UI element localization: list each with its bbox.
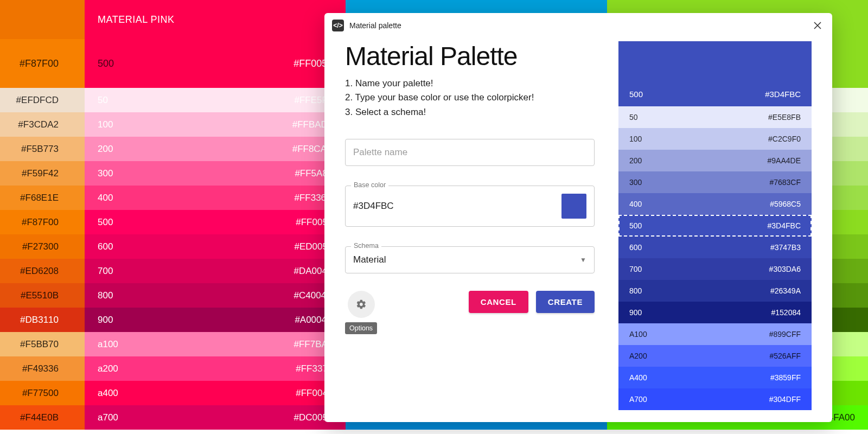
preview-swatch-row[interactable]: 700#303DA6 xyxy=(618,258,812,280)
swatch-hex: #3D4FBC xyxy=(768,221,801,230)
bg-swatch-row[interactable]: #F5BB70 xyxy=(0,332,85,356)
bg-swatch-row[interactable]: 600#ED0050 xyxy=(85,234,346,259)
bg-swatch-row[interactable]: #F44E0B xyxy=(0,405,85,430)
swatch-hex: #F87F00 xyxy=(22,217,59,228)
preview-swatch-row[interactable]: 800#26349A xyxy=(618,280,812,302)
bg-swatch-row[interactable]: a100#FF7BA2 xyxy=(85,332,346,356)
swatch-label: 100 xyxy=(98,119,113,130)
options-button[interactable] xyxy=(348,291,375,318)
swatch-label: 300 xyxy=(629,178,642,187)
bg-swatch-row[interactable]: #F3CDA2 xyxy=(0,112,85,137)
swatch-hex: #F27300 xyxy=(22,241,59,252)
swatch-label: a400 xyxy=(98,388,118,399)
preview-swatch-row[interactable]: 400#5968C5 xyxy=(618,193,812,215)
palette-name-field[interactable] xyxy=(345,139,595,166)
preview-swatch-row[interactable]: 500#3D4FBC xyxy=(618,215,812,237)
dialog-titlebar: </> Material palette xyxy=(324,13,832,38)
schema-value: Material xyxy=(353,254,580,265)
swatch-label: 900 xyxy=(98,315,113,326)
bg-swatch-hero[interactable]: #F87F00 xyxy=(0,39,85,88)
preview-swatch-row[interactable]: 50#E5E8FB xyxy=(618,106,812,128)
swatch-hex: #F5BB70 xyxy=(20,339,59,350)
dialog-form: Material Palette 1. Name your palette! 2… xyxy=(345,38,595,411)
swatch-hex: #EFDFCD xyxy=(16,95,59,106)
bg-swatch-row[interactable]: 500#FF0053 xyxy=(85,210,346,234)
swatch-hex: #304DFF xyxy=(769,395,801,404)
swatch-hex: #899CFF xyxy=(769,330,801,339)
bg-swatch-row[interactable]: #F5B773 xyxy=(0,137,85,161)
bg-swatch-row[interactable]: 800#C4004D xyxy=(85,283,346,308)
swatch-hex: #3D4FBC xyxy=(765,90,801,99)
dialog-title: Material palette xyxy=(349,21,401,30)
options-tooltip: Options xyxy=(345,322,377,334)
palette-name-input[interactable] xyxy=(353,147,586,158)
bg-swatch-row[interactable]: 700#DA004F xyxy=(85,259,346,283)
base-color-label: Base color xyxy=(351,181,388,189)
bg-swatch-row[interactable]: #F49336 xyxy=(0,356,85,381)
swatch-hex: #5968C5 xyxy=(770,200,801,208)
preview-swatch-row[interactable]: A200#526AFF xyxy=(618,345,812,367)
swatch-hex: #3859FF xyxy=(770,373,801,382)
bg-swatch-row[interactable]: 50#FFE5F1 xyxy=(85,88,346,112)
preview-swatch-row[interactable]: 200#9AA4DE xyxy=(618,150,812,171)
bg-swatch-row[interactable]: #E5510B xyxy=(0,283,85,308)
swatch-label: A100 xyxy=(629,330,647,339)
bg-swatch-row[interactable]: #F27300 xyxy=(0,234,85,259)
preview-swatch-row[interactable]: 900#152084 xyxy=(618,302,812,323)
bg-swatch-row[interactable]: #EFDFCD xyxy=(0,88,85,112)
swatch-label: a200 xyxy=(98,363,118,374)
swatch-label: 900 xyxy=(629,308,642,317)
swatch-label: 500 xyxy=(629,221,642,230)
chevron-down-icon[interactable]: ▼ xyxy=(580,256,586,264)
bg-swatch-row[interactable]: #ED6208 xyxy=(0,259,85,283)
bg-swatch-row[interactable]: #DB3110 xyxy=(0,308,85,332)
bg-column: MATERIAL PINK500#FF005350#FFE5F1100#FFBA… xyxy=(85,0,346,434)
bg-swatch-row[interactable]: #F68E1E xyxy=(0,186,85,210)
preview-swatch-row[interactable]: 300#7683CF xyxy=(618,171,812,193)
bg-column: #F87F00#EFDFCD#F3CDA2#F5B773#F59F42#F68E… xyxy=(0,0,85,434)
close-icon[interactable] xyxy=(810,18,825,33)
swatch-label: 500 xyxy=(98,217,113,228)
swatch-label: 500 xyxy=(629,90,643,99)
bg-swatch-row[interactable]: 400#FF336D xyxy=(85,186,346,210)
dialog-steps: 1. Name your palette! 2. Type your base … xyxy=(345,76,595,119)
color-picker-chip[interactable] xyxy=(561,194,586,219)
bg-column-title xyxy=(0,0,85,39)
create-button[interactable]: CREATE xyxy=(536,291,595,313)
step-1: 1. Name your palette! xyxy=(345,76,595,91)
swatch-hex: #526AFF xyxy=(769,352,801,360)
bg-swatch-row[interactable]: 300#FF5A88 xyxy=(85,161,346,186)
bg-swatch-row[interactable]: #F87F00 xyxy=(0,210,85,234)
base-color-input[interactable] xyxy=(353,201,555,212)
bg-swatch-row[interactable]: 100#FFBAD0 xyxy=(85,112,346,137)
preview-hero[interactable]: 500#3D4FBC xyxy=(618,41,812,106)
bg-swatch-hero[interactable]: 500#FF0053 xyxy=(85,39,346,88)
swatch-hex: #E5E8FB xyxy=(768,113,801,122)
preview-swatch-row[interactable]: 600#3747B3 xyxy=(618,237,812,258)
bg-swatch-row[interactable]: #F77500 xyxy=(0,381,85,405)
swatch-hex: #E5510B xyxy=(21,290,59,301)
base-color-field[interactable]: Base color xyxy=(345,186,595,227)
schema-field[interactable]: Schema Material ▼ xyxy=(345,246,595,273)
bg-swatch-row[interactable]: a200#FF3373 xyxy=(85,356,346,381)
step-2: 2. Type your base color or use the color… xyxy=(345,91,595,105)
bg-swatch-row[interactable]: 900#A0004A xyxy=(85,308,346,332)
swatch-label: A400 xyxy=(629,373,647,382)
swatch-hex: #9AA4DE xyxy=(768,156,801,165)
bg-column-title: MATERIAL PINK xyxy=(85,0,346,39)
swatch-label: 400 xyxy=(629,200,642,208)
preview-swatch-row[interactable]: 100#C2C9F0 xyxy=(618,128,812,150)
swatch-label: 50 xyxy=(98,95,108,106)
cancel-button[interactable]: CANCEL xyxy=(469,291,528,313)
preview-swatch-row[interactable]: A100#899CFF xyxy=(618,323,812,345)
bg-swatch-row[interactable]: #F59F42 xyxy=(0,161,85,186)
bg-swatch-row[interactable]: a700#DC0055 xyxy=(85,405,346,430)
preview-swatch-row[interactable]: A700#304DFF xyxy=(618,388,812,410)
preview-swatch-row[interactable]: A400#3859FF xyxy=(618,367,812,388)
swatch-hex: #DB3110 xyxy=(20,315,59,326)
swatch-hex: #F44E0B xyxy=(20,412,59,423)
bg-swatch-row[interactable]: 200#FF8CAB xyxy=(85,137,346,161)
swatch-label: 800 xyxy=(98,290,113,301)
bg-swatch-row[interactable]: a400#FF0044 xyxy=(85,381,346,405)
dialog-heading: Material Palette xyxy=(345,41,595,71)
